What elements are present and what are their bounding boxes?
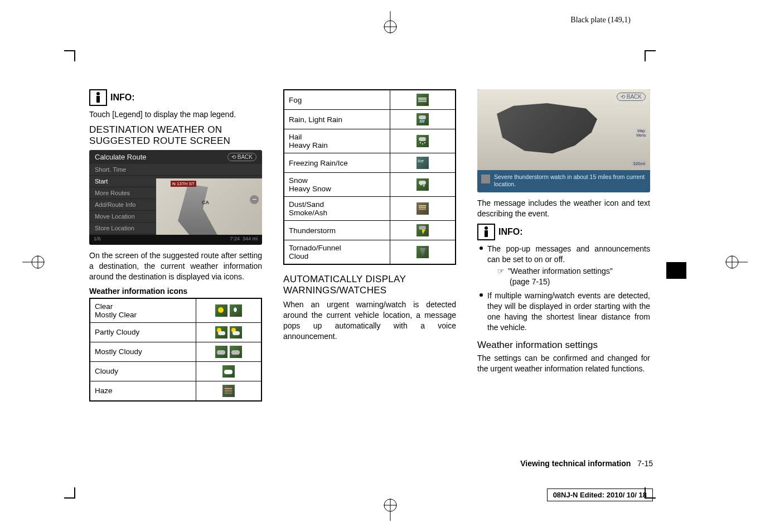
- us-map: ⟲ BACK Map Menu 320mi: [477, 89, 650, 170]
- mostly-cloudy-day-icon: [215, 346, 227, 358]
- footer-section: Viewing technical information 7-15: [520, 459, 653, 468]
- haze-icon: [222, 385, 235, 397]
- bullet-item: The pop-up messages and announcements ca…: [477, 244, 650, 288]
- icon-label: Rain, Light Rain: [284, 110, 390, 129]
- column-1: INFO: Touch [Legend] to display the map …: [89, 89, 262, 402]
- crop-mark: [59, 50, 75, 67]
- heading-auto-display: AUTOMATICALLY DISPLAY WARNINGS/WATCHES: [283, 274, 456, 296]
- weather-icons-table-1: Clear Mostly Clear Partly Cloudy Mostly …: [89, 298, 262, 402]
- info-icon: [89, 89, 107, 106]
- snow-icon: [417, 178, 429, 191]
- icon-label: Snow Heavy Snow: [284, 173, 390, 197]
- message-description: The message includes the weather icon an…: [477, 198, 650, 219]
- table-row: Dust/Sand Smoke/Ash: [284, 197, 456, 221]
- icon-label: Partly Cloudy: [90, 322, 196, 342]
- menu-row[interactable]: Short. Time: [89, 164, 262, 176]
- warning-description: When an urgent warning/watch is detected…: [283, 299, 456, 342]
- back-button[interactable]: ⟲ BACK: [617, 93, 646, 101]
- moon-icon: [230, 304, 242, 317]
- sun-icon: [215, 304, 227, 317]
- alert-message: Severe thunderstorm watch in about 15 mi…: [477, 170, 650, 192]
- table-row: Hail Heavy Rain: [284, 129, 456, 153]
- xref-text: "Weather information settings": [508, 267, 613, 275]
- icons-table-title: Weather information icons: [89, 287, 262, 296]
- icon-label: Freezing Rain/Ice: [284, 153, 390, 173]
- hail-icon: [417, 135, 429, 147]
- icon-label: Hail Heavy Rain: [284, 129, 390, 153]
- distance: 344 mi: [243, 236, 258, 241]
- cloudy-icon: [222, 365, 235, 378]
- icon-label: Haze: [90, 381, 196, 401]
- xref-icon: ☞: [497, 267, 505, 275]
- xref-page: (page 7-15): [487, 277, 650, 287]
- info-label: INFO:: [498, 227, 523, 237]
- icon-label: Fog: [284, 90, 390, 110]
- column-2: Fog Rain, Light Rain Hail Heavy Rain Fre…: [283, 89, 456, 402]
- screen-title: Calculate Route: [95, 153, 147, 161]
- scale-label: 320mi: [631, 161, 647, 167]
- heading-weather-settings: Weather information settings: [477, 340, 650, 351]
- table-row: Partly Cloudy: [90, 322, 261, 342]
- table-row: Snow Heavy Snow: [284, 173, 456, 197]
- fog-icon: [417, 94, 429, 106]
- zoom-out-icon[interactable]: −: [250, 195, 259, 204]
- clock: 7:24: [230, 236, 240, 241]
- table-row: Mostly Cloudy: [90, 342, 261, 361]
- weather-alert-screenshot: ⟲ BACK Map Menu 320mi Severe thunderstor…: [477, 89, 650, 192]
- black-plate-note: Black plate (149,1): [570, 16, 631, 25]
- rain-icon: [417, 113, 429, 125]
- icon-label: Thunderstorm: [284, 221, 390, 240]
- partly-cloudy-night-icon: [230, 326, 242, 338]
- crop-mark: [645, 50, 661, 67]
- icon-label: Clear Mostly Clear: [90, 298, 196, 323]
- thumb-tab: [666, 262, 686, 279]
- ice-icon: [417, 157, 429, 169]
- icon-label: Mostly Cloudy: [90, 342, 196, 361]
- document-revision: 08NJ-N Edited: 2010/ 10/ 18: [547, 489, 653, 501]
- settings-description: The settings can be confirmed and change…: [477, 353, 650, 374]
- partly-cloudy-day-icon: [215, 326, 227, 338]
- map-state: CA: [202, 200, 209, 205]
- dest-street: N 13TH ST: [171, 181, 196, 187]
- column-3: ⟲ BACK Map Menu 320mi Severe thunderstor…: [477, 89, 650, 402]
- icon-label: Cloudy: [90, 361, 196, 381]
- reg-mark-bottom: [382, 499, 399, 521]
- info-icon: [477, 224, 495, 240]
- table-row: Cloudy: [90, 361, 261, 381]
- reg-mark-right: [725, 254, 748, 270]
- legend-tip: Touch [Legend] to display the map legend…: [89, 109, 262, 120]
- crop-mark: [59, 482, 75, 499]
- table-row: Rain, Light Rain: [284, 110, 456, 129]
- tornado-icon: [417, 246, 429, 258]
- heading-destination-weather: DESTINATION WEATHER ON SUGGESTED ROUTE S…: [89, 124, 262, 147]
- bullet-item: If multiple warning/watch events are det…: [477, 291, 650, 333]
- page-indicator: 1/6: [94, 236, 101, 244]
- back-button[interactable]: ⟲ BACK: [227, 153, 256, 161]
- info-label: INFO:: [110, 93, 135, 103]
- page-content: INFO: Touch [Legend] to display the map …: [89, 89, 658, 402]
- table-row: Clear Mostly Clear: [90, 298, 261, 323]
- icon-label: Dust/Sand Smoke/Ash: [284, 197, 390, 221]
- table-row: Freezing Rain/Ice: [284, 153, 456, 173]
- table-row: Thunderstorm: [284, 221, 456, 240]
- info-callout: INFO:: [89, 89, 262, 106]
- reg-mark-top: [382, 11, 399, 33]
- route-description: On the screen of the suggested route aft…: [89, 250, 262, 282]
- thunderstorm-icon: [417, 224, 429, 236]
- map-menu-button[interactable]: Map Menu: [636, 128, 647, 137]
- reg-mark-left: [22, 254, 45, 270]
- info-callout: INFO:: [477, 224, 650, 240]
- weather-icons-table-2: Fog Rain, Light Rain Hail Heavy Rain Fre…: [283, 89, 456, 265]
- table-row: Fog: [284, 90, 456, 110]
- page-number: 7-15: [637, 459, 653, 468]
- dust-icon: [417, 202, 429, 215]
- mostly-cloudy-night-icon: [230, 346, 242, 358]
- table-row: Haze: [90, 381, 261, 401]
- calculate-route-screenshot: Calculate Route ⟲ BACK Short. Time Start…: [89, 150, 262, 245]
- table-row: Tornado/Funnel Cloud: [284, 240, 456, 265]
- icon-label: Tornado/Funnel Cloud: [284, 240, 390, 265]
